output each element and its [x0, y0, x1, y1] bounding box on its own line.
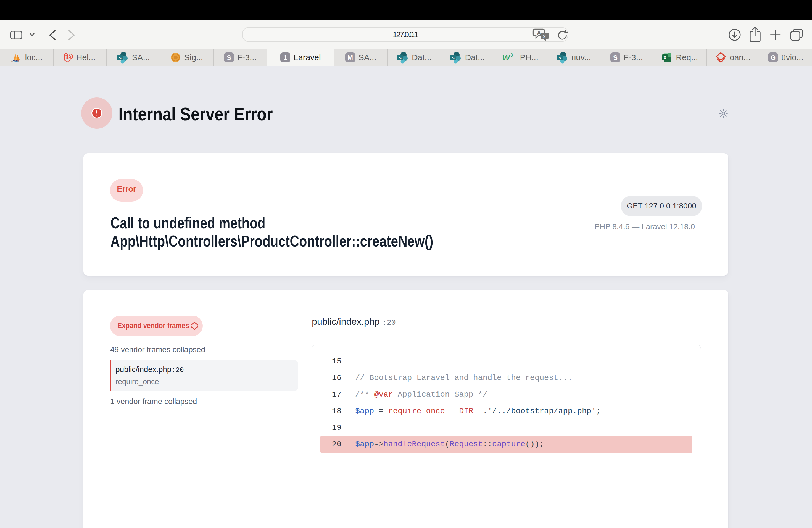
- svg-text:s: s: [119, 55, 121, 60]
- svg-text:M: M: [347, 54, 353, 61]
- svg-text:x: x: [543, 34, 546, 39]
- svg-text:1: 1: [284, 54, 287, 61]
- svg-text:s: s: [452, 55, 454, 60]
- svg-text:s: s: [559, 55, 561, 60]
- svg-text:X: X: [663, 55, 667, 60]
- svg-text:A: A: [537, 30, 541, 35]
- svg-text:s: s: [399, 55, 401, 60]
- svg-text:3: 3: [510, 53, 513, 57]
- svg-text:W: W: [502, 53, 511, 62]
- svg-text:S: S: [613, 54, 618, 61]
- svg-text:PMA: PMA: [11, 59, 19, 62]
- svg-text:G: G: [770, 54, 775, 61]
- svg-text:S: S: [227, 54, 231, 61]
